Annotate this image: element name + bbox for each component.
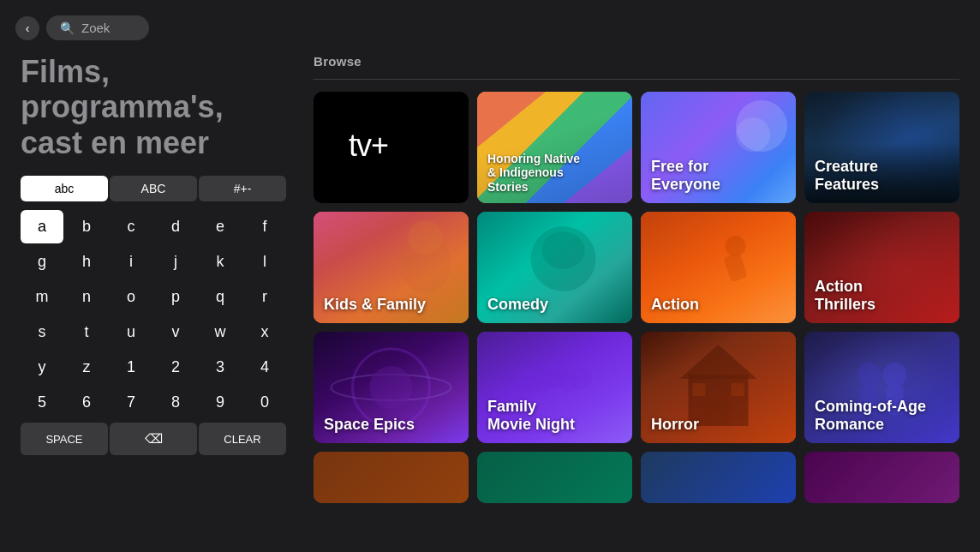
key-v[interactable]: v	[154, 315, 197, 349]
svg-point-22	[883, 363, 907, 387]
key-r[interactable]: r	[243, 280, 286, 314]
key-q[interactable]: q	[199, 280, 242, 314]
svg-point-20	[858, 363, 881, 387]
svg-point-2	[409, 220, 443, 255]
svg-marker-16	[680, 345, 757, 379]
browse-card-action-thrillers[interactable]: ActionThrillers	[804, 212, 959, 323]
svg-rect-19	[732, 383, 744, 396]
browse-card-partial-1[interactable]	[314, 452, 469, 503]
key-z[interactable]: z	[65, 351, 108, 384]
browse-card-honoring-indigenous[interactable]: Honoring Native& IndigenousStories	[477, 92, 632, 203]
main-layout: Films, programma's, cast en meer abc ABC…	[0, 49, 980, 541]
key-e[interactable]: e	[199, 210, 242, 243]
browse-card-comedy[interactable]: Comedy	[477, 212, 632, 323]
mode-ABC[interactable]: ABC	[110, 176, 197, 201]
browse-row4	[314, 452, 959, 503]
key-1[interactable]: 1	[110, 351, 152, 384]
browse-grid: tv+ Honoring Native& IndigenousS	[314, 92, 959, 443]
key-s[interactable]: s	[21, 315, 63, 349]
mode-symbols[interactable]: #+-	[199, 176, 286, 201]
key-c[interactable]: c	[110, 210, 152, 243]
keyboard-grid: abcdefghijklmnopqrstuvwxyz1234567890	[21, 210, 286, 419]
key-3[interactable]: 3	[199, 351, 242, 384]
key-a[interactable]: a	[21, 210, 63, 243]
browse-card-space-epics[interactable]: Space Epics	[314, 332, 469, 443]
svg-rect-17	[706, 400, 732, 426]
browse-card-kids-family[interactable]: Kids & Family	[314, 212, 469, 323]
svg-point-4	[542, 231, 585, 269]
key-p[interactable]: p	[154, 280, 197, 314]
card-label-space: Space Epics	[324, 416, 415, 435]
keyboard-panel: Films, programma's, cast en meer abc ABC…	[21, 49, 286, 541]
back-button[interactable]: ‹	[15, 16, 39, 40]
key-0[interactable]: 0	[243, 386, 286, 419]
key-n[interactable]: n	[65, 280, 108, 314]
top-bar: ‹ 🔍 Zoek	[0, 0, 980, 49]
key-t[interactable]: t	[65, 315, 108, 349]
browse-card-coming-of-age-romance[interactable]: Coming-of-AgeRomance	[804, 332, 959, 443]
browse-card-action[interactable]: Action	[641, 212, 796, 323]
key-i[interactable]: i	[110, 245, 152, 279]
key-y[interactable]: y	[21, 351, 63, 384]
browse-card-family-movie-night[interactable]: FamilyMovie Night	[477, 332, 632, 443]
svg-point-13	[533, 374, 552, 393]
search-bar[interactable]: 🔍 Zoek	[46, 15, 149, 40]
svg-point-14	[558, 371, 578, 392]
browse-card-partial-3[interactable]	[641, 452, 796, 503]
key-j[interactable]: j	[154, 245, 197, 279]
svg-point-5	[726, 236, 746, 256]
key-f[interactable]: f	[243, 210, 286, 243]
key-u[interactable]: u	[110, 315, 152, 349]
card-label-comedy: Comedy	[487, 296, 548, 315]
space-key[interactable]: SPACE	[21, 423, 108, 455]
svg-rect-6	[723, 252, 748, 282]
card-label-action: Action	[651, 296, 699, 315]
page-title: Films, programma's, cast en meer	[21, 54, 286, 160]
browse-card-horror[interactable]: Horror	[641, 332, 796, 443]
browse-card-partial-4[interactable]	[804, 452, 959, 503]
key-b[interactable]: b	[65, 210, 108, 243]
svg-point-9	[370, 366, 413, 409]
card-label-creature: CreatureFeatures	[815, 158, 879, 195]
clear-key[interactable]: CLEAR	[199, 423, 286, 455]
key-6[interactable]: 6	[65, 386, 108, 419]
key-o[interactable]: o	[110, 280, 152, 314]
browse-panel: Browse tv+	[314, 49, 959, 541]
delete-icon: ⌫	[145, 431, 163, 447]
card-label-kids: Kids & Family	[324, 296, 426, 315]
key-x[interactable]: x	[243, 315, 286, 349]
key-4[interactable]: 4	[243, 351, 286, 384]
key-h[interactable]: h	[65, 245, 108, 279]
card-label-action-thrillers: ActionThrillers	[815, 278, 875, 315]
key-m[interactable]: m	[21, 280, 63, 314]
appletv-logo: tv+	[344, 123, 439, 172]
key-9[interactable]: 9	[199, 386, 242, 419]
browse-card-free-for-everyone[interactable]: Free forEveryone	[641, 92, 796, 203]
keyboard-modes: abc ABC #+-	[21, 176, 286, 201]
svg-rect-18	[693, 383, 706, 396]
key-l[interactable]: l	[243, 245, 286, 279]
browse-section-title: Browse	[314, 54, 959, 69]
browse-card-creature-features[interactable]: CreatureFeatures	[804, 92, 959, 203]
key-5[interactable]: 5	[21, 386, 63, 419]
svg-text:tv+: tv+	[349, 128, 388, 163]
key-w[interactable]: w	[199, 315, 242, 349]
browse-card-appletv-plus[interactable]: tv+	[314, 92, 469, 203]
key-k[interactable]: k	[199, 245, 242, 279]
search-icon: 🔍	[60, 21, 75, 35]
key-7[interactable]: 7	[110, 386, 152, 419]
browse-card-partial-2[interactable]	[477, 452, 632, 503]
key-d[interactable]: d	[154, 210, 197, 243]
key-8[interactable]: 8	[154, 386, 197, 419]
card-label-free: Free forEveryone	[651, 158, 720, 195]
back-icon: ‹	[26, 21, 30, 35]
delete-key[interactable]: ⌫	[110, 423, 197, 455]
browse-divider	[314, 79, 959, 80]
search-label: Zoek	[81, 21, 110, 35]
card-label-family-night: FamilyMovie Night	[487, 398, 575, 435]
mode-abc[interactable]: abc	[21, 176, 108, 201]
card-label-horror: Horror	[651, 416, 699, 435]
card-label-indigenous: Honoring Native& IndigenousStories	[487, 152, 580, 195]
key-2[interactable]: 2	[154, 351, 197, 384]
key-g[interactable]: g	[21, 245, 63, 279]
